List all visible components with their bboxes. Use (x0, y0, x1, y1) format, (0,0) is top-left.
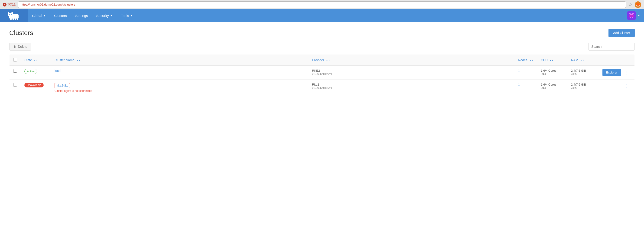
url-text: https://rancher02.demo02.com/g/clusters (21, 3, 76, 6)
top-navbar: Global ▼ Clusters Settings Security ▼ To… (0, 9, 644, 22)
explorer-button[interactable]: Explorer (602, 69, 621, 76)
browser-bar: ✕ 不安全 https://rancher02.demo02.com/g/clu… (0, 0, 644, 9)
provider-sort-icon: ▲▼ (326, 59, 330, 61)
row-state-cell: Unavailable (21, 79, 51, 96)
ram-sort-icon: ▲▼ (580, 59, 584, 61)
fox-icon[interactable]: 🦊 (635, 1, 641, 8)
svg-rect-3 (12, 12, 13, 14)
provider-name: RKE2 (312, 69, 510, 72)
provider-version: v1.26.12+rke2r1 (312, 86, 510, 89)
nav-global[interactable]: Global ▼ (28, 9, 50, 22)
row-provider-cell: Rke2v1.26.12+rke2r1 (308, 79, 514, 96)
cpu-percentage: 39% (541, 86, 564, 89)
svg-rect-4 (10, 18, 12, 20)
svg-rect-2 (8, 12, 9, 14)
header-actions (598, 54, 635, 66)
nav-clusters[interactable]: Clusters (50, 9, 71, 22)
rancher-logo-icon (7, 11, 21, 20)
search-input[interactable] (588, 43, 635, 50)
ram-percentage: 31% (571, 72, 594, 76)
nav-tools[interactable]: Tools ▼ (117, 9, 137, 22)
row-checkbox-cell (10, 66, 21, 79)
row-nodes-cell: 1 (514, 66, 537, 79)
url-bar[interactable]: https://rancher02.demo02.com/g/clusters (18, 1, 626, 8)
row-name-cell: rke2-81Cluster agent is not connected (51, 79, 308, 96)
table-body: ActivelocalRKE2v1.26.12+rke2r111.6/4 Cor… (10, 66, 635, 96)
header-state[interactable]: State ▲▼ (21, 54, 51, 66)
toolbar-row: 🗑 Delete (9, 43, 635, 50)
table-row: ActivelocalRKE2v1.26.12+rke2r111.6/4 Cor… (10, 66, 635, 79)
row-1-checkbox[interactable] (13, 83, 17, 86)
row-name-cell: local (51, 66, 308, 79)
provider-version: v1.26.12+rke2r1 (312, 72, 510, 76)
cluster-name-sort-icon: ▲▼ (76, 59, 80, 61)
action-cell: ⋮ (601, 83, 631, 89)
nodes-link[interactable]: 1 (518, 83, 520, 86)
delete-button[interactable]: 🗑 Delete (9, 43, 31, 50)
header-cluster-name[interactable]: Cluster Name ▲▼ (51, 54, 308, 66)
ram-percentage: 31% (571, 86, 594, 89)
user-chevron: ▼ (638, 14, 640, 17)
row-ram-cell: 2.4/7.5 GiB31% (568, 66, 598, 79)
cpu-sort-icon: ▲▼ (550, 59, 554, 61)
nodes-sort-icon: ▲▼ (529, 59, 534, 61)
table-row: Unavailablerke2-81Cluster agent is not c… (10, 79, 635, 96)
cpu-cores: 1.6/4 Cores (541, 69, 564, 72)
nodes-link[interactable]: 1 (518, 69, 520, 73)
logo-area[interactable] (0, 9, 28, 22)
browser-icons: ☆ 🦊 (628, 1, 641, 8)
svg-point-10 (11, 14, 12, 14)
svg-rect-5 (12, 18, 14, 20)
cluster-name-link[interactable]: local (54, 69, 61, 73)
header-nodes[interactable]: Nodes ▲▼ (514, 54, 537, 66)
svg-rect-8 (18, 15, 19, 15)
header-cpu[interactable]: CPU ▲▼ (537, 54, 568, 66)
tools-chevron: ▼ (130, 14, 133, 17)
svg-rect-7 (17, 18, 18, 20)
svg-rect-16 (630, 17, 631, 18)
more-options-button[interactable]: ⋮ (623, 70, 631, 76)
cpu-cores: 1.6/4 Cores (541, 83, 564, 86)
nav-links: Global ▼ Clusters Settings Security ▼ To… (28, 9, 137, 22)
more-options-button[interactable]: ⋮ (623, 83, 631, 89)
svg-point-9 (9, 14, 10, 14)
clusters-table: State ▲▼ Cluster Name ▲▼ Provider ▲▼ Nod… (9, 54, 635, 96)
header-provider[interactable]: Provider ▲▼ (308, 54, 514, 66)
svg-rect-15 (629, 15, 634, 17)
row-ram-cell: 2.4/7.5 GiB31% (568, 79, 598, 96)
action-cell: Explorer⋮ (601, 69, 631, 76)
navbar-right: ▼ (627, 11, 644, 20)
user-menu[interactable]: ▼ (627, 11, 640, 20)
header-checkbox-col (10, 54, 21, 66)
star-icon[interactable]: ☆ (628, 2, 632, 7)
row-actions-cell: ⋮ (598, 79, 635, 96)
row-0-checkbox[interactable] (13, 69, 17, 73)
insecure-icon: ✕ (3, 3, 6, 6)
cluster-name-boxed[interactable]: rke2-81 (54, 83, 70, 88)
table-header-row: State ▲▼ Cluster Name ▲▼ Provider ▲▼ Nod… (10, 54, 635, 66)
security-chevron: ▼ (110, 14, 112, 17)
user-avatar-icon (627, 11, 636, 20)
row-provider-cell: RKE2v1.26.12+rke2r1 (308, 66, 514, 79)
main-content: Clusters Add Cluster 🗑 Delete State ▲▼ C… (0, 22, 644, 237)
nav-settings[interactable]: Settings (71, 9, 92, 22)
insecure-indicator: ✕ 不安全 (3, 2, 16, 6)
state-sort-icon: ▲▼ (34, 59, 38, 61)
provider-name: Rke2 (312, 83, 510, 86)
svg-rect-6 (15, 18, 16, 20)
nav-security[interactable]: Security ▼ (92, 9, 116, 22)
ram-size: 2.4/7.5 GiB (571, 69, 594, 72)
global-chevron: ▼ (43, 14, 46, 17)
add-cluster-button[interactable]: Add Cluster (608, 29, 635, 37)
row-nodes-cell: 1 (514, 79, 537, 96)
select-all-checkbox[interactable] (13, 58, 17, 61)
svg-rect-13 (632, 13, 634, 14)
cluster-error-text: Cluster agent is not connected (54, 89, 304, 92)
page-title: Clusters (9, 29, 33, 37)
svg-rect-17 (632, 17, 633, 18)
rancher-logo (7, 11, 21, 20)
header-ram[interactable]: RAM ▲▼ (568, 54, 598, 66)
insecure-label: 不安全 (8, 2, 16, 6)
row-actions-cell: Explorer⋮ (598, 66, 635, 79)
row-cpu-cell: 1.6/4 Cores39% (537, 79, 568, 96)
